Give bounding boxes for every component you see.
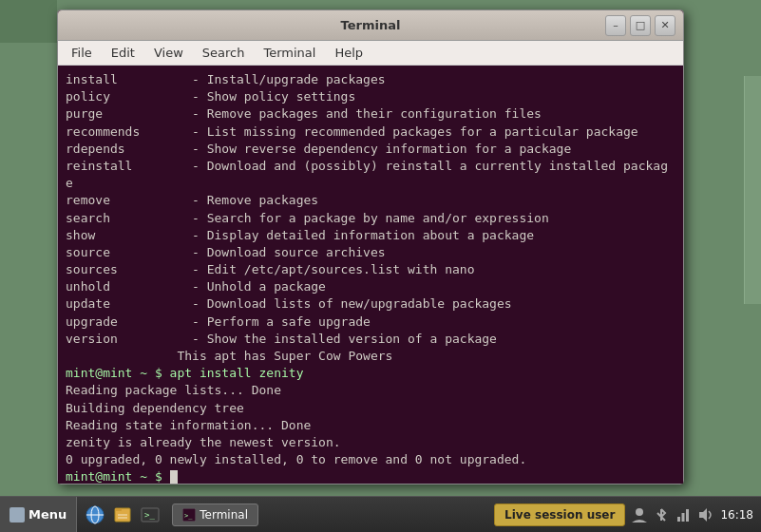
browser-icon[interactable]: [83, 503, 107, 527]
files-icon[interactable]: [110, 503, 135, 527]
svg-rect-14: [686, 509, 689, 522]
terminal-output-line: source - Download source archives: [66, 244, 675, 261]
taskbar-menu-label: Menu: [29, 507, 67, 522]
menu-file[interactable]: File: [62, 43, 102, 63]
menu-view[interactable]: View: [144, 43, 193, 63]
svg-rect-13: [682, 513, 685, 522]
terminal-menubar: File Edit View Search Terminal Help: [58, 41, 683, 66]
terminal-body[interactable]: install - Install/upgrade packagespolicy…: [58, 66, 683, 484]
terminal-output-line: This apt has Super Cow Powers: [66, 348, 675, 365]
terminal-output-line: sources - Edit /etc/apt/sources.list wit…: [66, 261, 675, 278]
terminal-output-line: remove - Remove packages: [66, 192, 675, 209]
taskbar: Menu >_: [0, 496, 761, 532]
minimize-button[interactable]: –: [605, 15, 626, 36]
terminal-output-line: Reading package lists... Done: [66, 382, 675, 399]
terminal-window: Terminal – □ ✕ File Edit View Search Ter…: [57, 10, 684, 484]
maximize-button[interactable]: □: [630, 15, 651, 36]
taskbar-quick-launch: >_: [77, 503, 168, 527]
close-button[interactable]: ✕: [655, 15, 675, 36]
menu-terminal[interactable]: Terminal: [254, 43, 325, 63]
cursor: [170, 470, 178, 484]
window-controls: – □ ✕: [605, 15, 675, 36]
window-title: Terminal: [341, 18, 401, 32]
terminal-output-line: search - Search for a package by name an…: [66, 210, 675, 227]
svg-point-11: [636, 508, 643, 516]
volume-icon: [697, 506, 714, 523]
terminal-output-line: show - Display detailed information abou…: [66, 227, 675, 244]
terminal-output-line: zenity is already the newest version.: [66, 434, 675, 451]
terminal-output-line: upgrade - Perform a safe upgrade: [66, 314, 675, 331]
terminal-output-line: unhold - Unhold a package: [66, 278, 675, 295]
menu-icon: [10, 507, 25, 522]
terminal-output-line: recommends - List missing recommended pa…: [66, 124, 675, 141]
svg-rect-12: [677, 517, 680, 522]
taskbar-right: Live session user 16:18: [486, 504, 761, 526]
live-session-button[interactable]: Live session user: [494, 504, 625, 526]
terminal-output-line: 0 upgraded, 0 newly installed, 0 to remo…: [66, 451, 675, 468]
terminal-output-line: rdepends - Show reverse dependency infor…: [66, 141, 675, 158]
menu-search[interactable]: Search: [193, 43, 255, 63]
terminal-prompt-line: mint@mint ~ $ apt install zenity: [66, 365, 675, 382]
terminal-output-line: purge - Remove packages and their config…: [66, 105, 675, 123]
terminal-output-line: update - Download lists of new/upgradabl…: [66, 295, 675, 313]
terminal-quick-icon[interactable]: >_: [138, 503, 162, 527]
terminal-output-line: reinstall - Download and (possibly) rein…: [66, 158, 675, 175]
bluetooth-icon: [654, 507, 669, 522]
terminal-output-line: Reading state information... Done: [66, 417, 675, 434]
taskbar-time: 16:18: [720, 508, 753, 522]
taskbar-terminal-app[interactable]: >_ Terminal: [172, 504, 258, 526]
right-panel: [744, 76, 761, 304]
terminal-prompt-active: mint@mint ~ $: [66, 468, 675, 484]
svg-text:>_: >_: [144, 510, 155, 520]
svg-text:>_: >_: [184, 512, 193, 520]
user-icon: [631, 506, 648, 523]
terminal-output-line: e: [66, 175, 675, 192]
terminal-output-line: Building dependency tree: [66, 400, 675, 417]
terminal-output-line: version - Show the installed version of …: [66, 331, 675, 348]
taskbar-menu-button[interactable]: Menu: [0, 497, 77, 532]
network-icon: [675, 506, 692, 523]
desktop-thumbnail: [0, 0, 57, 43]
taskbar-app-label: Terminal: [200, 508, 248, 522]
menu-help[interactable]: Help: [325, 43, 372, 63]
terminal-output-line: install - Install/upgrade packages: [66, 71, 675, 88]
terminal-titlebar: Terminal – □ ✕: [58, 10, 683, 41]
terminal-output-line: policy - Show policy settings: [66, 88, 675, 105]
svg-rect-4: [115, 508, 122, 511]
menu-edit[interactable]: Edit: [102, 43, 144, 63]
svg-marker-15: [699, 508, 707, 522]
